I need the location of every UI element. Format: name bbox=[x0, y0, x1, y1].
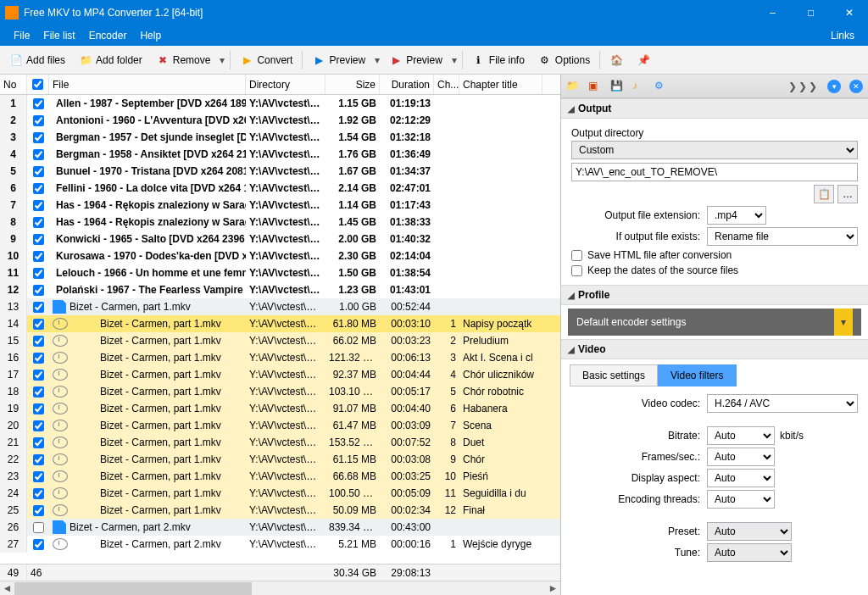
row-checkbox[interactable] bbox=[33, 488, 44, 499]
remove-button[interactable]: ✖Remove bbox=[150, 50, 217, 70]
minimize-button[interactable]: – bbox=[754, 0, 792, 25]
row-checkbox[interactable] bbox=[33, 302, 44, 313]
table-row[interactable]: 12 Polański - 1967 - The Fearless Vampir… bbox=[0, 281, 560, 298]
add-folder-button[interactable]: 📁Add folder bbox=[73, 50, 148, 70]
output-dir-path[interactable] bbox=[571, 163, 858, 181]
row-checkbox[interactable] bbox=[33, 217, 44, 228]
table-row[interactable]: 25 Bizet - Carmen, part 1.mkv Y:\AV\vcte… bbox=[0, 502, 560, 519]
table-row[interactable]: 8 Has - 1964 - Rękopis znaleziony w Sara… bbox=[0, 214, 560, 231]
row-checkbox[interactable] bbox=[33, 539, 44, 550]
row-checkbox[interactable] bbox=[33, 353, 44, 364]
menu-file-list[interactable]: File list bbox=[36, 25, 81, 46]
profile-header[interactable]: ◢Profile bbox=[561, 285, 868, 305]
row-checkbox[interactable] bbox=[33, 268, 44, 279]
row-checkbox[interactable] bbox=[33, 115, 44, 126]
maximize-button[interactable]: □ bbox=[792, 0, 830, 25]
row-checkbox[interactable] bbox=[33, 319, 44, 330]
tab-basic-settings[interactable]: Basic settings bbox=[570, 364, 658, 386]
table-row[interactable]: 2 Antonioni - 1960 - L'Avventura [DVD x2… bbox=[0, 112, 560, 129]
threads-select[interactable]: Auto bbox=[707, 490, 775, 509]
music-icon[interactable]: ♪ bbox=[632, 80, 646, 93]
fps-select[interactable]: Auto bbox=[707, 448, 775, 466]
table-row[interactable]: 1 Allen - 1987 - September [DVD x264 189… bbox=[0, 95, 560, 112]
chevrons-icon[interactable]: ❯❯❯ bbox=[788, 81, 819, 92]
table-row[interactable]: 14 Bizet - Carmen, part 1.mkv Y:\AV\vcte… bbox=[0, 315, 560, 332]
options-button[interactable]: ⚙Options bbox=[532, 50, 596, 70]
video-icon[interactable]: ▣ bbox=[588, 80, 602, 93]
table-row[interactable]: 27 Bizet - Carmen, part 2.mkv Y:\AV\vcte… bbox=[0, 536, 560, 553]
row-checkbox[interactable] bbox=[33, 370, 44, 381]
col-chapter[interactable]: Chapter title bbox=[459, 75, 542, 94]
preset-select[interactable]: Auto bbox=[707, 522, 792, 541]
scroll-left-icon[interactable]: ◄ bbox=[0, 581, 14, 596]
remove-dropdown[interactable]: ▾ bbox=[218, 54, 226, 66]
folder-icon[interactable]: 📁 bbox=[566, 80, 580, 93]
col-size[interactable]: Size bbox=[326, 75, 380, 94]
table-row[interactable]: 13 Bizet - Carmen, part 1.mkv Y:\AV\vcte… bbox=[0, 298, 560, 315]
row-checkbox[interactable] bbox=[33, 420, 44, 431]
output-dir-edit-button[interactable]: 📋 bbox=[814, 185, 834, 203]
output-dir-browse-button[interactable]: … bbox=[837, 185, 858, 203]
table-row[interactable]: 16 Bizet - Carmen, part 1.mkv Y:\AV\vcte… bbox=[0, 349, 560, 366]
preview-dropdown[interactable]: ▾ bbox=[373, 54, 381, 66]
row-checkbox[interactable] bbox=[33, 285, 44, 296]
row-checkbox[interactable] bbox=[33, 200, 44, 211]
table-row[interactable]: 24 Bizet - Carmen, part 1.mkv Y:\AV\vcte… bbox=[0, 485, 560, 502]
bitrate-select[interactable]: Auto bbox=[707, 426, 775, 445]
col-duration[interactable]: Duration bbox=[380, 75, 434, 94]
table-row[interactable]: 7 Has - 1964 - Rękopis znaleziony w Sara… bbox=[0, 197, 560, 214]
row-checkbox[interactable] bbox=[33, 251, 44, 262]
col-directory[interactable]: Directory bbox=[246, 75, 326, 94]
table-row[interactable]: 22 Bizet - Carmen, part 1.mkv Y:\AV\vcte… bbox=[0, 451, 560, 468]
row-checkbox[interactable] bbox=[33, 522, 44, 533]
exists-select[interactable]: Rename file bbox=[707, 227, 858, 246]
row-checkbox[interactable] bbox=[33, 505, 44, 516]
convert-button[interactable]: ▶Convert bbox=[234, 50, 298, 70]
output-header[interactable]: ◢Output bbox=[561, 98, 868, 119]
table-row[interactable]: 19 Bizet - Carmen, part 1.mkv Y:\AV\vcte… bbox=[0, 400, 560, 417]
video-header[interactable]: ◢Video bbox=[561, 339, 868, 359]
table-row[interactable]: 4 Bergman - 1958 - Ansiktet [DVD x264 21… bbox=[0, 146, 560, 163]
table-row[interactable]: 26 Bizet - Carmen, part 2.mkv Y:\AV\vcte… bbox=[0, 519, 560, 536]
menu-file[interactable]: File bbox=[7, 25, 36, 46]
col-check[interactable] bbox=[27, 75, 49, 94]
close-button[interactable]: ✕ bbox=[830, 0, 868, 25]
row-checkbox[interactable] bbox=[33, 437, 44, 448]
preview2-dropdown[interactable]: ▾ bbox=[450, 54, 459, 66]
row-checkbox[interactable] bbox=[33, 166, 44, 177]
table-row[interactable]: 20 Bizet - Carmen, part 1.mkv Y:\AV\vcte… bbox=[0, 417, 560, 434]
col-file[interactable]: File bbox=[49, 75, 246, 94]
scroll-right-icon[interactable]: ► bbox=[546, 581, 560, 596]
home-button[interactable]: 🏠 bbox=[604, 50, 629, 70]
table-row[interactable]: 9 Konwicki - 1965 - Salto [DVD x264 2396… bbox=[0, 231, 560, 247]
table-row[interactable]: 18 Bizet - Carmen, part 1.mkv Y:\AV\vcte… bbox=[0, 383, 560, 400]
table-row[interactable]: 11 Lelouch - 1966 - Un homme et une femm… bbox=[0, 264, 560, 281]
row-checkbox[interactable] bbox=[33, 386, 44, 398]
col-no[interactable]: No bbox=[0, 75, 27, 94]
save-icon[interactable]: 💾 bbox=[610, 80, 624, 93]
save-html-checkbox[interactable] bbox=[571, 250, 582, 261]
header-checkbox[interactable] bbox=[32, 79, 43, 90]
add-files-button[interactable]: 📄Add files bbox=[3, 50, 71, 70]
grid-body[interactable]: 1 Allen - 1987 - September [DVD x264 189… bbox=[0, 95, 560, 564]
row-checkbox[interactable] bbox=[33, 336, 44, 347]
preview2-button[interactable]: ▶Preview bbox=[383, 50, 448, 70]
row-checkbox[interactable] bbox=[33, 149, 44, 160]
row-checkbox[interactable] bbox=[33, 183, 44, 194]
menu-help[interactable]: Help bbox=[133, 25, 168, 46]
row-checkbox[interactable] bbox=[33, 471, 44, 482]
menu-links[interactable]: Links bbox=[824, 25, 861, 46]
row-checkbox[interactable] bbox=[33, 403, 44, 414]
codec-select[interactable]: H.264 / AVC bbox=[707, 394, 858, 413]
table-row[interactable]: 6 Fellini - 1960 - La dolce vita [DVD x2… bbox=[0, 180, 560, 197]
ext-select[interactable]: .mp4 bbox=[707, 206, 766, 225]
scroll-thumb[interactable] bbox=[14, 582, 252, 595]
tab-video-filters[interactable]: Video filters bbox=[658, 364, 736, 386]
output-dir-mode[interactable]: Custom bbox=[571, 141, 858, 159]
keep-dates-checkbox[interactable] bbox=[571, 265, 582, 276]
table-row[interactable]: 17 Bizet - Carmen, part 1.mkv Y:\AV\vcte… bbox=[0, 366, 560, 383]
table-row[interactable]: 15 Bizet - Carmen, part 1.mkv Y:\AV\vcte… bbox=[0, 332, 560, 349]
row-checkbox[interactable] bbox=[33, 98, 44, 109]
preview-button[interactable]: ▶Preview bbox=[306, 50, 371, 70]
down-arrow-button[interactable]: ▾ bbox=[827, 80, 841, 93]
